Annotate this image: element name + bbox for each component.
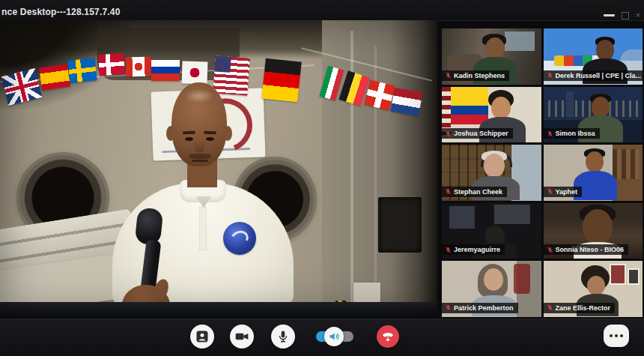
- ear: [223, 126, 232, 141]
- participant-head: [491, 97, 511, 119]
- participant-name: Yaphet: [556, 188, 578, 196]
- microphone-icon: [276, 330, 290, 343]
- muted-mic-icon: [547, 247, 553, 253]
- flag-canada: [126, 56, 152, 76]
- participant-name-bar: Jeremyaguirre: [442, 244, 505, 255]
- head-highlight: [184, 88, 214, 103]
- close-icon[interactable]: ×: [634, 11, 642, 19]
- window-title: nce Desktop---128.157.7.40: [1, 7, 121, 17]
- more-options-icon: [620, 334, 623, 337]
- more-options-icon: [615, 334, 618, 337]
- volume-knob[interactable]: [324, 327, 344, 346]
- participant-name: Patrick Pemberton: [454, 304, 514, 312]
- participant-name-bar: Stephan Cheek: [442, 187, 507, 197]
- window-light: [494, 205, 530, 224]
- call-control-bar: [0, 319, 644, 356]
- participant-tile-simon-ibssa[interactable]: Simon Ibssa: [544, 87, 643, 143]
- flag-japan: [181, 61, 207, 84]
- participant-tile-joshua-schipper[interactable]: Joshua Schipper: [442, 87, 541, 143]
- participant-name-bar: Simon Ibssa: [544, 128, 600, 139]
- picture-frame: [610, 264, 626, 285]
- participant-tile-kadin-stephens[interactable]: Kadin Stephens: [442, 28, 541, 85]
- desk-edge: [0, 302, 437, 319]
- equipment-rack: [378, 197, 422, 253]
- muted-mic-icon: [547, 188, 553, 195]
- mustache: [189, 154, 211, 159]
- muted-mic-icon: [547, 72, 553, 79]
- participant-name-bar: Joshua Schipper: [442, 128, 513, 139]
- participant-head: [586, 151, 604, 172]
- participant-name: Kadin Stephens: [454, 72, 505, 79]
- tile-background: [505, 31, 535, 51]
- participant-name-bar: Patrick Pemberton: [442, 303, 518, 313]
- maximize-icon[interactable]: [622, 12, 629, 19]
- participant-head: [592, 97, 610, 118]
- muted-mic-icon: [445, 247, 452, 253]
- participant-name: Simon Ibssa: [556, 130, 595, 137]
- participant-tile-zane-ellis-rector[interactable]: Zane Ellis-Rector: [544, 261, 643, 317]
- minimize-icon[interactable]: [604, 14, 615, 16]
- participant-head: [596, 40, 614, 61]
- camera-icon: [234, 329, 249, 344]
- eye: [206, 137, 214, 141]
- end-call-icon: [380, 329, 395, 344]
- window-light: [449, 206, 475, 229]
- participant-tile-patrick-pemberton[interactable]: Patrick Pemberton: [442, 261, 541, 317]
- polo-placket: [199, 207, 207, 250]
- participant-name: Jeremyaguirre: [454, 246, 500, 253]
- flag-germany: [261, 58, 301, 103]
- participant-grid: Kadin Stephens Derek Russell | CPE | Cla…: [442, 28, 643, 317]
- flag-spain: [39, 64, 70, 91]
- participant-name-bar: Zane Ellis-Rector: [544, 303, 616, 313]
- participant-name-bar: Sonnia Nteso - BIO06: [544, 244, 629, 255]
- participant-tile-stephan-cheek[interactable]: Stephan Cheek: [442, 145, 541, 201]
- muted-mic-icon: [445, 130, 452, 137]
- mission-patch-icon: [223, 222, 256, 255]
- participant-tile-yaphet[interactable]: Yaphet: [544, 145, 643, 201]
- wall-decor: [514, 264, 530, 294]
- muted-mic-icon: [445, 188, 452, 195]
- participant-head: [484, 154, 505, 178]
- right-wall: [322, 20, 437, 319]
- end-call-button[interactable]: [377, 325, 399, 348]
- picture-frame: [628, 268, 640, 285]
- eyebrow: [204, 131, 216, 135]
- participant-head: [583, 209, 613, 245]
- tile-background: [442, 87, 451, 135]
- share-screen-icon: [195, 329, 210, 344]
- participant-name-bar: Derek Russell | CPE | Cla...: [544, 70, 643, 81]
- participant-tile-derek-russell[interactable]: Derek Russell | CPE | Cla...: [544, 28, 643, 85]
- share-screen-button[interactable]: [190, 325, 214, 349]
- camera-button[interactable]: [230, 325, 254, 349]
- tile-background: [613, 149, 640, 179]
- participant-name-bar: Yaphet: [544, 187, 583, 197]
- muted-mic-icon: [547, 304, 553, 311]
- titlebar: nce Desktop---128.157.7.40 ×: [0, 0, 644, 21]
- mouth: [192, 160, 208, 162]
- nose: [195, 141, 204, 153]
- muted-mic-icon: [445, 304, 452, 311]
- main-video[interactable]: [0, 20, 437, 319]
- participant-name: Joshua Schipper: [454, 130, 508, 137]
- tile-background: [449, 87, 488, 124]
- more-options-icon: [610, 334, 613, 337]
- muted-mic-icon: [445, 72, 452, 79]
- participant-tile-jeremyaguirre[interactable]: Jeremyaguirre: [442, 203, 541, 259]
- tile-background: [566, 91, 574, 117]
- flag-denmark: [98, 53, 125, 76]
- conference-window: nce Desktop---128.157.7.40 ×: [0, 0, 644, 356]
- ear: [166, 126, 175, 141]
- participant-name-bar: Kadin Stephens: [442, 70, 509, 81]
- participant-head: [587, 276, 605, 295]
- participant-tile-sonnia-nteso[interactable]: Sonnia Nteso - BIO06: [544, 203, 643, 259]
- microphone-button[interactable]: [271, 325, 295, 349]
- flag-usa: [213, 55, 249, 95]
- participant-name: Stephan Cheek: [454, 188, 502, 196]
- speaker-icon: [328, 331, 340, 343]
- muted-mic-icon: [547, 130, 553, 137]
- more-options-button[interactable]: [604, 325, 629, 347]
- eye: [185, 137, 193, 141]
- flag-russia: [151, 60, 180, 81]
- flag-sweden: [68, 58, 97, 83]
- participant-name: Derek Russell | CPE | Cla...: [556, 72, 642, 79]
